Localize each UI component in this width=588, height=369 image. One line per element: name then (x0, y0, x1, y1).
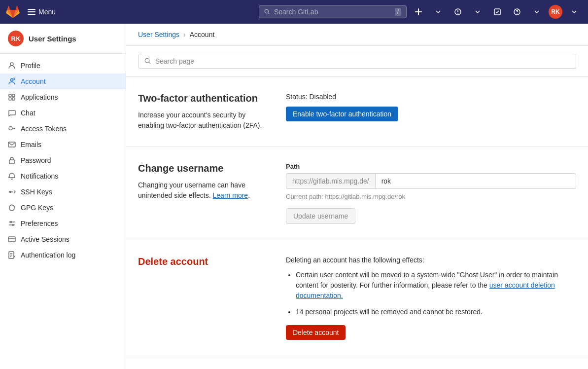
search-shortcut: / (395, 8, 401, 16)
issues-icon (454, 8, 462, 16)
help-dropdown[interactable] (529, 4, 545, 20)
todo-icon (493, 8, 501, 16)
sidebar-item-emails[interactable]: Emails (0, 137, 126, 152)
help-button[interactable] (509, 4, 525, 20)
svg-rect-6 (415, 11, 422, 12)
path-prefix: https://gitlab.mis.mpg.de/ (286, 173, 375, 189)
page-search-icon (144, 58, 151, 65)
chevron-down-icon (436, 9, 441, 14)
sidebar-item-password[interactable]: Password (0, 152, 126, 168)
sidebar-item-account-label: Account (21, 77, 46, 85)
create-dropdown-button[interactable] (430, 4, 446, 20)
current-path: Current path: https://gitlab.mis.mpg.de/… (286, 193, 576, 200)
sidebar-item-preferences[interactable]: Preferences (0, 216, 126, 231)
sidebar-item-ssh-keys-label: SSH Keys (21, 188, 52, 196)
main-content: User Settings › Account Two-factor authe… (126, 24, 588, 369)
svg-line-37 (149, 62, 150, 64)
page-search-bar[interactable] (138, 54, 576, 69)
path-label: Path (286, 163, 576, 170)
sidebar-item-ssh-keys[interactable]: SSH Keys (0, 184, 126, 200)
sidebar-item-active-sessions-label: Active Sessions (21, 235, 69, 243)
sidebar-item-active-sessions[interactable]: Active Sessions (0, 231, 126, 247)
sidebar-item-notifications[interactable]: Notifications (0, 168, 126, 184)
page-search-wrap (126, 46, 588, 77)
change-username-desc: Changing your username can have unintend… (138, 180, 262, 201)
delete-account-button[interactable]: Delete account (286, 325, 346, 340)
key-icon (8, 125, 16, 133)
create-button[interactable] (411, 4, 426, 20)
sidebar-title: User Settings (29, 35, 76, 43)
user-dropdown[interactable] (566, 4, 582, 20)
sidebar-item-authentication-log[interactable]: Authentication log (0, 247, 126, 263)
breadcrumb-current: Account (190, 31, 215, 38)
menu-icon (28, 8, 35, 16)
svg-point-36 (145, 58, 149, 63)
person-icon (8, 62, 16, 70)
svg-point-28 (10, 221, 12, 223)
sidebar-item-applications-label: Applications (21, 93, 58, 101)
deletion-docs-link[interactable]: user account deletion documentation. (296, 281, 555, 299)
search-bar[interactable]: / (259, 5, 407, 18)
effect-item-2: 14 personal projects will be removed and… (296, 307, 576, 317)
svg-point-9 (457, 13, 458, 14)
sidebar-item-chat-label: Chat (21, 109, 35, 117)
svg-point-12 (517, 13, 518, 14)
sidebar-item-applications[interactable]: Applications (0, 89, 126, 105)
two-factor-section: Two-factor authentication Increase your … (126, 77, 588, 147)
merge-requests-dropdown[interactable] (470, 4, 485, 20)
chat-icon (8, 109, 16, 117)
svg-rect-18 (9, 94, 11, 97)
menu-label: Menu (38, 8, 56, 16)
sliders-icon (8, 220, 16, 227)
sidebar-item-password-label: Password (21, 156, 51, 164)
sidebar-item-notifications-label: Notifications (21, 172, 58, 180)
svg-rect-0 (28, 9, 35, 10)
update-username-button[interactable]: Update username (286, 208, 355, 224)
svg-rect-23 (8, 142, 15, 147)
sidebar-item-gpg-keys[interactable]: GPG Keys (0, 200, 126, 216)
page-search-input[interactable] (155, 57, 570, 65)
two-factor-status: Status: Disabled (286, 93, 576, 101)
chevron-down-icon-2 (475, 9, 480, 14)
bell-icon (8, 172, 16, 180)
svg-rect-20 (9, 98, 11, 100)
svg-point-3 (265, 9, 268, 13)
learn-more-link[interactable]: Learn more (213, 191, 248, 199)
sidebar-item-emails-label: Emails (21, 141, 41, 148)
search-input[interactable] (274, 8, 391, 16)
svg-line-4 (268, 13, 270, 14)
two-factor-left: Two-factor authentication Increase your … (126, 77, 274, 147)
svg-rect-19 (12, 94, 15, 97)
change-username-section: Change username Changing your username c… (126, 147, 588, 240)
sidebar-item-access-tokens[interactable]: Access Tokens (0, 121, 126, 137)
username-input[interactable] (375, 173, 576, 189)
change-username-left: Change username Changing your username c… (126, 147, 274, 240)
change-username-title: Change username (138, 163, 262, 174)
menu-button[interactable]: Menu (24, 6, 60, 18)
chevron-down-icon-3 (534, 9, 539, 14)
issues-button[interactable] (450, 4, 466, 20)
applications-icon (8, 93, 16, 101)
sidebar-item-preferences-label: Preferences (21, 220, 58, 227)
sidebar-item-profile[interactable]: Profile (0, 58, 126, 74)
todo-button[interactable] (489, 4, 505, 20)
breadcrumb-parent-link[interactable]: User Settings (138, 31, 179, 38)
svg-rect-1 (28, 11, 35, 12)
breadcrumb-separator: › (183, 31, 186, 38)
enable-2fa-button[interactable]: Enable two-factor authentication (286, 107, 398, 121)
svg-rect-30 (8, 237, 15, 242)
user-avatar[interactable]: RK (549, 5, 562, 19)
delete-account-right: Deleting an account has the following ef… (274, 240, 588, 356)
change-username-right: Path https://gitlab.mis.mpg.de/ Current … (274, 147, 588, 240)
gitlab-logo (6, 5, 20, 19)
help-icon (513, 8, 521, 16)
sidebar-item-chat[interactable]: Chat (0, 105, 126, 121)
plus-icon (415, 8, 422, 16)
effect-item-1: Certain user content will be moved to a … (296, 270, 576, 301)
svg-rect-24 (9, 160, 14, 164)
svg-point-22 (9, 127, 12, 130)
sidebar-item-account[interactable]: Account (0, 74, 126, 89)
sidebar-avatar: RK (8, 31, 24, 46)
account-icon (8, 77, 16, 85)
two-factor-right: Status: Disabled Enable two-factor authe… (274, 77, 588, 147)
